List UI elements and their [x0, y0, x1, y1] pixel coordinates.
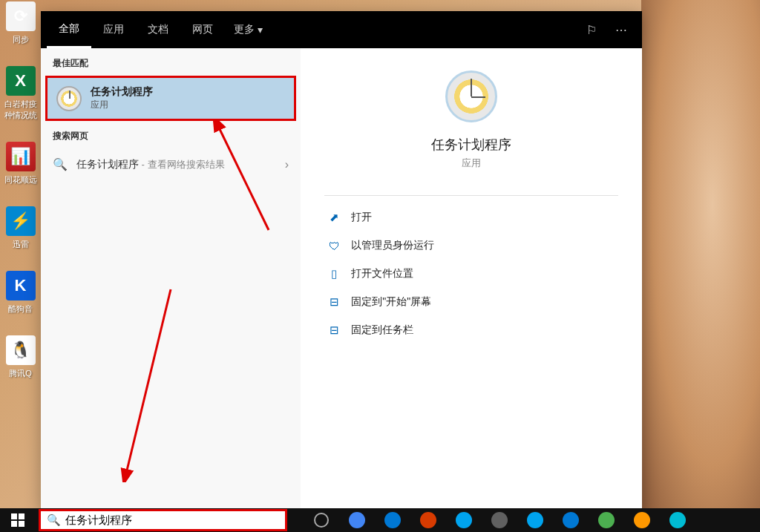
- desktop-icons-column: ⟳同步X白岩村疫种情况统📊同花顺远⚡迅雷K酷狗音🐧腾讯Q: [0, 0, 41, 379]
- web-suffix: - 查看网络搜索结果: [139, 159, 225, 170]
- panel-header: 全部 应用 文档 网页 更多 ▾ ⚐ ⋯: [41, 11, 642, 48]
- taskbar-app-icon[interactable]: [339, 508, 375, 532]
- action-pin-taskbar[interactable]: ⊟固定到任务栏: [324, 316, 618, 344]
- taskbar-icons: [304, 508, 695, 532]
- taskbar-app-icon[interactable]: [410, 508, 446, 532]
- taskbar-app-icon[interactable]: [375, 508, 410, 532]
- app-icon: 🐧: [6, 335, 36, 365]
- action-icon: ⊟: [327, 324, 341, 337]
- cortana-icon[interactable]: [304, 508, 339, 532]
- section-best-match: 最佳匹配: [41, 48, 301, 76]
- web-query: 任务计划程序: [76, 158, 139, 170]
- icon-label: 腾讯Q: [9, 368, 32, 379]
- taskbar-app-icon[interactable]: [660, 508, 695, 532]
- search-icon: 🔍: [53, 157, 68, 171]
- desktop-icon[interactable]: X白岩村疫种情况统: [0, 66, 41, 121]
- taskbar-app-icon[interactable]: [624, 508, 660, 532]
- taskbar-app-icon[interactable]: [482, 508, 517, 532]
- desktop-icon[interactable]: ⚡迅雷: [0, 206, 41, 250]
- taskbar: 🔍: [0, 508, 760, 532]
- match-subtitle: 应用: [91, 99, 153, 111]
- app-icon: [669, 512, 686, 528]
- section-web-search: 搜索网页: [41, 121, 301, 148]
- tab-docs[interactable]: 文档: [136, 11, 180, 48]
- divider: [324, 195, 618, 196]
- action-label: 固定到"开始"屏幕: [351, 295, 431, 309]
- taskbar-search-box[interactable]: 🔍: [39, 509, 287, 531]
- desktop-icon[interactable]: K酷狗音: [0, 271, 41, 315]
- detail-title: 任务计划程序: [431, 136, 511, 154]
- app-icon: X: [6, 66, 36, 96]
- results-left-column: 最佳匹配 任务计划程序 应用 搜索网页 🔍 任务计划程序 - 查看网络搜索结果 …: [41, 48, 301, 510]
- task-scheduler-icon: [56, 86, 82, 111]
- action-icon: ⊟: [327, 295, 341, 309]
- more-dropdown[interactable]: 更多 ▾: [225, 23, 272, 36]
- action-open[interactable]: ⬈打开: [324, 203, 618, 231]
- icon-label: 同花顺远: [4, 174, 37, 185]
- app-icon: [527, 512, 543, 528]
- action-icon: ⬈: [327, 211, 341, 224]
- action-icon: 🛡: [327, 240, 341, 252]
- app-icon: [456, 512, 472, 528]
- search-results-panel: 全部 应用 文档 网页 更多 ▾ ⚐ ⋯ 最佳匹配 任务计划程序 应用 搜索网页…: [41, 11, 642, 510]
- search-icon: 🔍: [47, 513, 61, 527]
- web-search-item[interactable]: 🔍 任务计划程序 - 查看网络搜索结果 ›: [41, 148, 301, 180]
- app-icon: [349, 512, 365, 528]
- web-item-text: 任务计划程序 - 查看网络搜索结果: [76, 158, 276, 171]
- app-icon: [491, 512, 508, 528]
- feedback-icon[interactable]: ⚐: [577, 15, 606, 45]
- taskbar-app-icon[interactable]: [553, 508, 589, 532]
- icon-label: 同步: [13, 34, 29, 45]
- app-icon: ⟳: [6, 1, 36, 31]
- action-label: 固定到任务栏: [351, 324, 413, 337]
- action-label: 打开文件位置: [351, 267, 413, 280]
- desktop-icon[interactable]: ⟳同步: [0, 1, 41, 45]
- app-icon: [598, 512, 615, 528]
- match-text: 任务计划程序 应用: [91, 85, 153, 111]
- more-label: 更多: [234, 23, 255, 36]
- search-input[interactable]: [65, 514, 279, 527]
- best-match-item[interactable]: 任务计划程序 应用: [45, 76, 296, 121]
- app-icon: [634, 512, 650, 528]
- action-label: 打开: [351, 211, 372, 224]
- panel-body: 最佳匹配 任务计划程序 应用 搜索网页 🔍 任务计划程序 - 查看网络搜索结果 …: [41, 48, 642, 510]
- app-icon: ⚡: [6, 206, 36, 236]
- icon-label: 迅雷: [13, 239, 29, 250]
- app-icon: K: [6, 271, 36, 301]
- app-icon: [563, 512, 579, 528]
- action-run-admin[interactable]: 🛡以管理员身份运行: [324, 231, 618, 260]
- action-icon: ▯: [327, 267, 341, 280]
- task-scheduler-icon-large: [445, 70, 497, 122]
- tab-web[interactable]: 网页: [180, 11, 225, 48]
- chevron-right-icon: ›: [285, 158, 289, 171]
- taskbar-app-icon[interactable]: [446, 508, 482, 532]
- icon-label: 白岩村疫种情况统: [4, 99, 37, 121]
- start-button[interactable]: [0, 508, 36, 532]
- taskbar-app-icon[interactable]: [589, 508, 624, 532]
- desktop-icon[interactable]: 🐧腾讯Q: [0, 335, 41, 379]
- more-options-icon[interactable]: ⋯: [606, 15, 636, 45]
- icon-label: 酷狗音: [8, 303, 33, 315]
- app-icon: [420, 512, 436, 528]
- action-pin-start[interactable]: ⊟固定到"开始"屏幕: [324, 288, 618, 316]
- chevron-down-icon: ▾: [258, 24, 263, 36]
- match-title: 任务计划程序: [91, 85, 153, 99]
- actions-list: ⬈打开🛡以管理员身份运行▯打开文件位置⊟固定到"开始"屏幕⊟固定到任务栏: [324, 203, 618, 344]
- windows-logo-icon: [11, 513, 24, 527]
- app-icon: [384, 512, 401, 528]
- detail-pane: 任务计划程序 应用 ⬈打开🛡以管理员身份运行▯打开文件位置⊟固定到"开始"屏幕⊟…: [301, 48, 642, 510]
- desktop-icon[interactable]: 📊同花顺远: [0, 142, 41, 185]
- tab-all[interactable]: 全部: [47, 11, 91, 48]
- action-label: 以管理员身份运行: [351, 239, 434, 252]
- action-file-location[interactable]: ▯打开文件位置: [324, 260, 618, 288]
- detail-subtitle: 应用: [462, 157, 481, 170]
- tab-apps[interactable]: 应用: [91, 11, 136, 48]
- header-tabs: 全部 应用 文档 网页: [47, 11, 225, 48]
- taskbar-app-icon[interactable]: [517, 508, 553, 532]
- app-icon: 📊: [6, 142, 36, 171]
